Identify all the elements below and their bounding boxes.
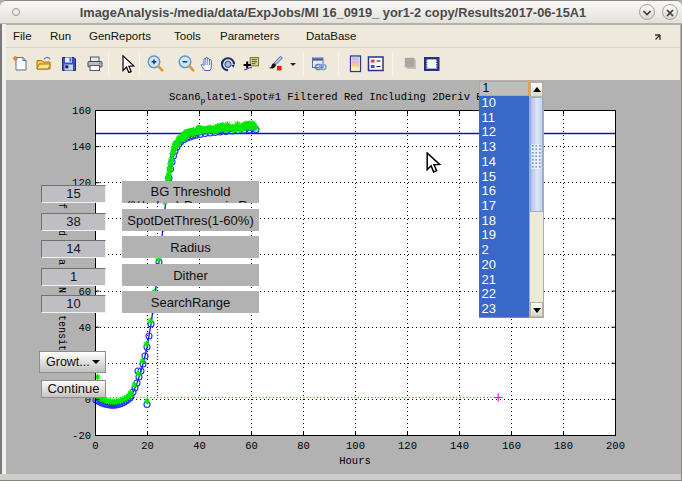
svg-text:120: 120: [398, 440, 417, 452]
svg-text:100: 100: [346, 440, 365, 452]
svg-text:140: 140: [450, 440, 469, 452]
svg-text:20: 20: [141, 440, 154, 452]
svg-text:40: 40: [193, 440, 206, 452]
svg-text:80: 80: [297, 440, 310, 452]
svg-text:Hours: Hours: [339, 455, 371, 467]
svg-text:180: 180: [554, 440, 573, 452]
svg-text:0: 0: [92, 440, 98, 452]
svg-text:40: 40: [78, 322, 91, 334]
svg-text:Scan6plate1-Spot#1 Filtered Re: Scan6plate1-Spot#1 Filtered Red Includin…: [169, 91, 495, 105]
svg-text:-20: -20: [72, 430, 91, 442]
svg-text:200: 200: [606, 440, 625, 452]
svg-text:160: 160: [502, 440, 521, 452]
svg-text:140: 140: [72, 141, 91, 153]
svg-text:160: 160: [72, 105, 91, 117]
svg-text:60: 60: [245, 440, 258, 452]
